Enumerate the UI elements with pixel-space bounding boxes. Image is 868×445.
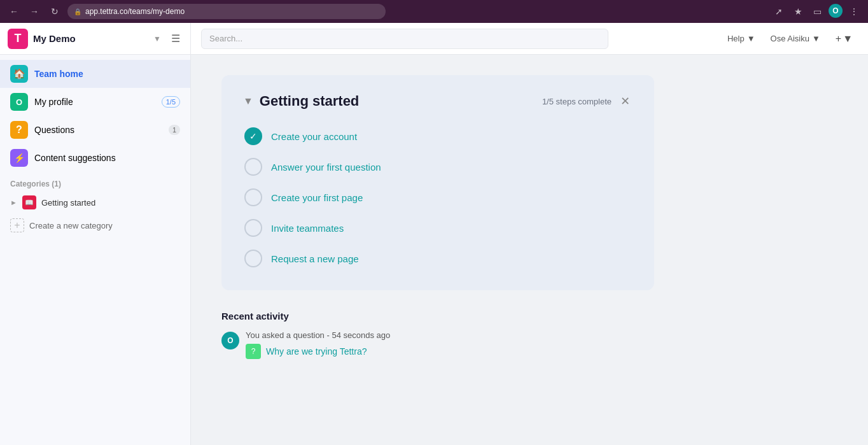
step-item-invite-teammates: Invite teammates <box>242 214 634 242</box>
top-bar-right: Search... Help ▼ Ose Aisiku ▼ + ▼ <box>191 29 868 49</box>
activity-avatar: O <box>221 332 239 350</box>
sidebar: 🏠 Team home O My profile 1/5 ? Questions… <box>0 55 191 445</box>
sidebar-my-profile-label: My profile <box>34 97 155 107</box>
activity-link-question-icon: ? <box>246 344 261 359</box>
sidebar-create-category[interactable]: + Create a new category <box>0 214 190 237</box>
sidebar-item-team-home[interactable]: 🏠 Team home <box>0 60 190 88</box>
team-home-icon: 🏠 <box>10 65 28 83</box>
activity-content: You asked a question - 54 seconds ago ? … <box>246 330 390 359</box>
user-chevron-icon: ▼ <box>812 34 820 43</box>
recent-activity-title: Recent activity <box>221 311 837 321</box>
sidebar-item-questions[interactable]: ? Questions 1 <box>0 116 190 144</box>
collapse-button[interactable]: ▼ <box>242 94 255 108</box>
step-item-create-page: Create your first page <box>242 183 634 211</box>
step-item-request-page: Request a new page <box>242 244 634 272</box>
top-bar-left: T My Demo ▼ ☰ <box>0 23 191 54</box>
questions-icon: ? <box>10 121 28 139</box>
step-label-request-page[interactable]: Request a new page <box>271 253 359 264</box>
step-circle-completed: ✓ <box>244 127 262 145</box>
my-profile-badge: 1/5 <box>162 96 180 108</box>
refresh-button[interactable]: ↻ <box>47 4 62 19</box>
add-symbol: + <box>836 33 841 45</box>
top-bar: T My Demo ▼ ☰ Search... Help ▼ Ose Aisik… <box>0 23 868 55</box>
steps-list: ✓ Create your account Answer your first … <box>242 122 634 272</box>
category-chevron-icon: ► <box>10 199 17 206</box>
add-chevron-icon: ▼ <box>843 33 853 45</box>
sidebar-item-my-profile[interactable]: O My profile 1/5 <box>0 88 190 116</box>
hamburger-button[interactable]: ☰ <box>169 30 183 47</box>
browser-chrome: ← → ↻ 🔒 app.tettra.co/teams/my-demo ➚ ★ … <box>0 0 868 23</box>
forward-button[interactable]: → <box>27 4 42 19</box>
step-label-invite-teammates[interactable]: Invite teammates <box>271 223 344 234</box>
categories-section-label: Categories (1) <box>0 172 190 191</box>
add-button[interactable]: + ▼ <box>830 31 858 47</box>
app-container: T My Demo ▼ ☰ Search... Help ▼ Ose Aisik… <box>0 23 868 445</box>
step-item-answer-question: Answer your first question <box>242 153 634 181</box>
url-text: app.tettra.co/teams/my-demo <box>85 7 185 16</box>
questions-badge: 1 <box>169 125 180 135</box>
workspace-chevron-icon: ▼ <box>153 34 161 43</box>
browser-actions: ➚ ★ ▭ O ⋮ <box>771 4 862 19</box>
create-category-plus-icon: + <box>10 218 24 232</box>
activity-text: You asked a question - 54 seconds ago <box>246 330 390 340</box>
step-label-create-account[interactable]: Create your account <box>271 131 357 142</box>
category-book-icon: 📖 <box>22 195 36 209</box>
activity-link[interactable]: Why are we trying Tettra? <box>266 346 367 357</box>
sidebar-category-getting-started[interactable]: ► 📖 Getting started <box>0 191 190 214</box>
card-title: Getting started <box>260 93 537 109</box>
main-area: 🏠 Team home O My profile 1/5 ? Questions… <box>0 55 868 445</box>
sidebar-item-content-suggestions[interactable]: ⚡ Content suggestions <box>0 144 190 172</box>
create-category-label: Create a new category <box>29 221 113 230</box>
close-card-button[interactable]: ✕ <box>617 93 634 109</box>
step-circle-incomplete-4 <box>244 250 262 267</box>
back-button[interactable]: ← <box>6 4 22 19</box>
activity-item: O You asked a question - 54 seconds ago … <box>221 330 837 359</box>
workspace-name: My Demo <box>33 33 148 44</box>
step-circle-incomplete-2 <box>244 188 262 206</box>
content-area: ▼ Getting started 1/5 steps complete ✕ ✓… <box>191 55 868 445</box>
content-suggestions-icon: ⚡ <box>10 149 28 167</box>
step-label-answer-question[interactable]: Answer your first question <box>271 162 381 173</box>
share-button[interactable]: ➚ <box>771 4 787 19</box>
step-circle-incomplete-1 <box>244 158 262 176</box>
tab-avatar: O <box>829 4 843 18</box>
split-view-button[interactable]: ▭ <box>809 4 825 19</box>
search-placeholder: Search... <box>209 34 242 43</box>
card-header: ▼ Getting started 1/5 steps complete ✕ <box>242 93 634 109</box>
menu-button[interactable]: ⋮ <box>846 4 862 19</box>
step-item-create-account: ✓ Create your account <box>242 122 634 150</box>
sidebar-questions-label: Questions <box>34 125 162 135</box>
step-label-create-page[interactable]: Create your first page <box>271 192 363 203</box>
sidebar-content-suggestions-label: Content suggestions <box>34 153 180 163</box>
help-button[interactable]: Help ▼ <box>722 31 760 46</box>
user-name: Ose Aisiku <box>771 34 809 43</box>
category-label: Getting started <box>41 198 95 208</box>
app-logo: T <box>8 29 28 49</box>
help-label: Help <box>727 34 745 43</box>
sidebar-team-home-label: Team home <box>34 69 180 79</box>
logo-letter: T <box>15 32 22 45</box>
activity-link-row: ? Why are we trying Tettra? <box>246 344 390 359</box>
top-bar-actions: Help ▼ Ose Aisiku ▼ + ▼ <box>722 31 858 47</box>
search-bar[interactable]: Search... <box>201 29 608 49</box>
help-chevron-icon: ▼ <box>747 34 755 43</box>
user-menu-button[interactable]: Ose Aisiku ▼ <box>766 31 825 46</box>
check-icon: ✓ <box>249 131 257 141</box>
steps-complete-text: 1/5 steps complete <box>542 97 612 106</box>
my-profile-icon: O <box>10 93 28 111</box>
address-bar[interactable]: 🔒 app.tettra.co/teams/my-demo <box>67 4 386 19</box>
getting-started-card: ▼ Getting started 1/5 steps complete ✕ ✓… <box>221 75 654 290</box>
lock-icon: 🔒 <box>74 8 81 15</box>
bookmark-button[interactable]: ★ <box>790 4 806 19</box>
step-circle-incomplete-3 <box>244 219 262 237</box>
